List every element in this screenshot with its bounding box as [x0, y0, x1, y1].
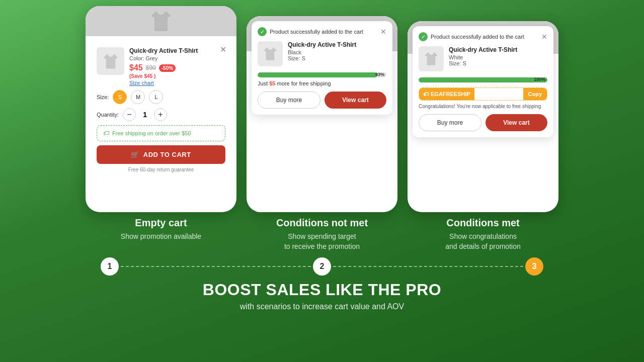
phone1-return-guarantee: Free 60-day return guarantee [97, 167, 225, 172]
phone3-buy-more-btn[interactable]: Buy more [419, 114, 481, 131]
phone1-free-shipping-banner: 🏷 Free shipping on order over $50 [97, 125, 225, 141]
phone2-wrapper: ✓ Product successfully added to the cart… [247, 16, 397, 212]
phone3-progress-fill [419, 77, 547, 82]
phone3-size: Size: S [449, 60, 517, 66]
step-line-1 [121, 266, 311, 267]
phone2-progress-bar-bg: 93% [258, 72, 386, 77]
phone1-price-original: $90 [146, 64, 156, 71]
label1-title: Empty cart [86, 217, 236, 229]
phone3-notif-header: ✓ Product successfully added to the cart… [419, 32, 547, 41]
phone2-progress-fill [258, 72, 377, 77]
phone3-product-row: Quick-dry Active T-Shirt White Size: S [419, 46, 547, 71]
phone2-amount: $5 [269, 80, 275, 86]
phone2-popup: ✓ Product successfully added to the cart… [252, 21, 392, 115]
phone1-product-card: ✕ Quick-dry Active T-Shirt Color: Grey $… [91, 41, 231, 178]
phone3-coupon-tag: 🏷 EGAFREESHIP [419, 88, 474, 100]
phone1-save-amount: $45 [144, 73, 152, 79]
label3-desc: Show congratulations and details of prom… [408, 232, 558, 251]
tagline-section: BOOST SALES LIKE THE PRO with scenarios … [183, 281, 461, 311]
label1-block: Empty cart Show promotion available [86, 217, 236, 251]
phone1-save-close: ) [154, 73, 155, 79]
label3-block: Conditions met Show congratulations and … [408, 217, 558, 251]
phone2-check-icon: ✓ [258, 27, 267, 36]
step1-circle: 1 [101, 257, 119, 276]
phone3-coupon-code: EGAFREESHIP [431, 91, 470, 97]
phone1-product-name: Quick-dry Active T-Shirt [129, 47, 198, 54]
phone1-bg [86, 6, 236, 36]
phone1-cart-icon: 🛒 [131, 151, 139, 158]
label3-desc2: and details of promotion [445, 242, 520, 250]
tagline-sub: with scenarios to increase cart value an… [203, 302, 441, 311]
phone3-wrapper: ✓ Product successfully added to the cart… [408, 21, 558, 212]
phone1-size-l[interactable]: L [149, 90, 163, 104]
label1-desc: Show promotion available [86, 232, 236, 242]
phone1-price-current: $45 [129, 63, 143, 72]
label2-block: Conditions not met Show spending target … [247, 217, 397, 251]
phone3-progress-section: 100% [419, 77, 547, 82]
phone2-buttons: Buy more View cart [258, 92, 386, 109]
phone1-save-text: (Save $45 ) [129, 73, 198, 79]
phone3-view-cart-btn[interactable]: View cart [486, 114, 547, 131]
phone3-progress-bar-bg: 100% [419, 77, 547, 82]
step2-circle: 2 [313, 257, 331, 276]
phone2-progress-section: 93% Just $5 more for free shipping [258, 72, 386, 86]
label2-title: Conditions not met [247, 217, 397, 229]
phone2-buy-more-btn[interactable]: Buy more [258, 92, 320, 109]
tagline-main: BOOST SALES LIKE THE PRO [203, 281, 441, 299]
phone1-size-s[interactable]: S [113, 90, 127, 104]
step-line-2 [333, 266, 523, 267]
phone3-copy-btn[interactable]: Copy [523, 88, 547, 100]
phone2-view-cart-btn[interactable]: View cart [325, 92, 386, 109]
labels-section: Empty cart Show promotion available Cond… [0, 217, 644, 251]
phone3-progress-label: 100% [534, 77, 545, 82]
phone1-thumb [97, 47, 124, 75]
phone2-size: Size: S [288, 55, 356, 61]
phone3-color: White [449, 54, 517, 60]
phone3: ✓ Product successfully added to the cart… [408, 21, 558, 212]
phone3-tag-icon: 🏷 [423, 91, 429, 97]
phone1-size-chart-link[interactable]: Size chart [129, 80, 198, 86]
label2-desc1: Show spending target [288, 232, 356, 240]
phone2-thumb [258, 41, 283, 66]
phone1-product-row: Quick-dry Active T-Shirt Color: Grey $45… [97, 47, 225, 86]
phone1-add-to-cart-label: ADD TO CART [143, 151, 191, 158]
phone1-product-info: Quick-dry Active T-Shirt Color: Grey $45… [129, 47, 198, 86]
phone1-qty-increase[interactable]: + [154, 108, 167, 121]
phone3-success-msg: Product successfully added to the cart [431, 34, 524, 40]
phone2-product-row: Quick-dry Active T-Shirt Black Size: S [258, 41, 386, 66]
phone2-progress-text: Just $5 more for free shipping [258, 80, 386, 86]
phone1-qty-section: Quantity: − 1 + [97, 108, 225, 121]
phone1-qty-value: 1 [140, 111, 150, 119]
phone1-price-row: $45 $90 -50% [129, 63, 198, 72]
phone1-wrapper: ✕ Quick-dry Active T-Shirt Color: Grey $… [86, 6, 236, 212]
phone3-product-info: Quick-dry Active T-Shirt White Size: S [449, 46, 517, 66]
phone1: ✕ Quick-dry Active T-Shirt Color: Grey $… [86, 6, 236, 212]
label2-desc: Show spending target to receive the prom… [247, 232, 397, 251]
phone2-close-btn[interactable]: ✕ [380, 28, 386, 36]
label2-desc2: to receive the promotion [284, 242, 360, 250]
phone1-size-m[interactable]: M [131, 90, 145, 104]
phone3-product-name: Quick-dry Active T-Shirt [449, 46, 517, 53]
phone1-tag-icon: 🏷 [103, 130, 109, 137]
label3-title: Conditions met [408, 217, 558, 229]
phone3-buttons: Buy more View cart [419, 114, 547, 131]
phone1-qty-label: Quantity: [97, 112, 119, 118]
phone2-notif-header: ✓ Product successfully added to the cart… [258, 27, 386, 36]
phone3-congrats-text: Congratulations! You're now applicable t… [419, 104, 547, 109]
phone1-close-btn[interactable]: ✕ [218, 45, 227, 54]
phone1-add-to-cart-btn[interactable]: 🛒 ADD TO CART [97, 145, 225, 164]
phone1-size-section: Size: S M L [97, 90, 225, 104]
phone1-save-label: (Save [129, 73, 143, 79]
phone2-product-name: Quick-dry Active T-Shirt [288, 41, 356, 48]
phone3-check-icon: ✓ [419, 32, 428, 41]
phone1-color: Color: Grey [129, 55, 198, 61]
steps-section: 1 2 3 [0, 257, 644, 276]
phone2-color: Black [288, 49, 356, 55]
phone1-qty-decrease[interactable]: − [123, 108, 136, 121]
phone3-close-btn[interactable]: ✕ [541, 33, 547, 41]
phone2-product-info: Quick-dry Active T-Shirt Black Size: S [288, 41, 356, 61]
phone1-free-shipping-text: Free shipping on order over $50 [112, 130, 191, 136]
phone2: ✓ Product successfully added to the cart… [247, 16, 397, 212]
phone2-progress-label: 93% [375, 72, 384, 77]
phone3-coupon-row: 🏷 EGAFREESHIP Copy [419, 87, 547, 101]
